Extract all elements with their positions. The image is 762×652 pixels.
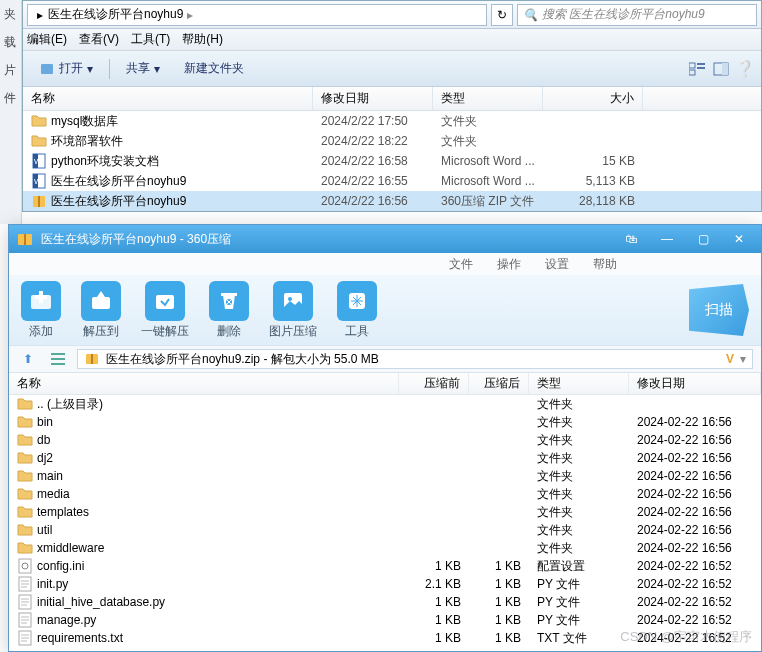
oneclick-button[interactable]: 一键解压 bbox=[141, 281, 189, 340]
svg-rect-20 bbox=[92, 297, 110, 309]
file-name: main bbox=[37, 469, 63, 483]
refresh-icon: ↻ bbox=[494, 7, 510, 23]
column-date[interactable]: 修改日期 bbox=[629, 373, 761, 394]
column-name[interactable]: 名称 bbox=[23, 87, 313, 110]
file-date: 2024-02-22 16:56 bbox=[629, 523, 761, 537]
file-row[interactable]: W医生在线诊所平台noyhu92024/2/22 16:55Microsoft … bbox=[23, 171, 761, 191]
breadcrumb[interactable]: ▸ 医生在线诊所平台noyhu9 ▸ bbox=[27, 4, 487, 26]
search-input[interactable]: 🔍 搜索 医生在线诊所平台noyhu9 bbox=[517, 4, 757, 26]
svg-rect-3 bbox=[697, 67, 705, 69]
zip-icon bbox=[31, 193, 47, 209]
close-button[interactable]: ✕ bbox=[725, 230, 753, 248]
chevron-down-icon[interactable]: ▾ bbox=[740, 352, 746, 366]
organize-button[interactable]: 打开 ▾ bbox=[31, 56, 101, 81]
up-button[interactable]: ⬆ bbox=[17, 349, 39, 369]
archive-row[interactable]: requirements.txt1 KB1 KBTXT 文件2024-02-22… bbox=[9, 629, 761, 647]
svg-rect-0 bbox=[41, 64, 53, 74]
imgcompress-button[interactable]: 图片压缩 bbox=[269, 281, 317, 340]
archive-row[interactable]: init.py2.1 KB1 KBPY 文件2024-02-22 16:52 bbox=[9, 575, 761, 593]
window-title: 医生在线诊所平台noyhu9 - 360压缩 bbox=[41, 231, 609, 248]
file-name: dj2 bbox=[37, 451, 53, 465]
file-row[interactable]: mysql数据库2024/2/22 17:50文件夹 bbox=[23, 111, 761, 131]
svg-rect-2 bbox=[697, 63, 705, 65]
file-row[interactable]: 医生在线诊所平台noyhu92024/2/22 16:56360压缩 ZIP 文… bbox=[23, 191, 761, 211]
svg-rect-6 bbox=[722, 63, 728, 75]
column-type[interactable]: 类型 bbox=[433, 87, 543, 110]
delete-button[interactable]: 删除 bbox=[209, 281, 249, 340]
archive-row[interactable]: config.ini1 KB1 KB配置设置2024-02-22 16:52 bbox=[9, 557, 761, 575]
titlebar: 医生在线诊所平台noyhu9 - 360压缩 🛍 — ▢ ✕ bbox=[9, 225, 761, 253]
refresh-button[interactable]: ↻ bbox=[491, 4, 513, 26]
archive-row[interactable]: .. (上级目录)文件夹 bbox=[9, 395, 761, 413]
file-name: initial_hive_database.py bbox=[37, 595, 165, 609]
column-date[interactable]: 修改日期 bbox=[313, 87, 433, 110]
file-name: bin bbox=[37, 415, 53, 429]
archive-row[interactable]: initial_hive_database.py1 KB1 KBPY 文件202… bbox=[9, 593, 761, 611]
svg-rect-1 bbox=[689, 63, 695, 68]
file-row[interactable]: 环境部署软件2024/2/22 18:22文件夹 bbox=[23, 131, 761, 151]
archive-row[interactable]: media文件夹2024-02-22 16:56 bbox=[9, 485, 761, 503]
archive-row[interactable]: templates文件夹2024-02-22 16:56 bbox=[9, 503, 761, 521]
view-options-icon[interactable] bbox=[689, 61, 705, 77]
file-size: 28,118 KB bbox=[543, 194, 643, 208]
share-button[interactable]: 共享 ▾ bbox=[118, 56, 168, 81]
app-icon bbox=[17, 231, 33, 247]
tools-button[interactable]: 工具 bbox=[337, 281, 377, 340]
archive-row[interactable]: bin文件夹2024-02-22 16:56 bbox=[9, 413, 761, 431]
menu-file[interactable]: 文件 bbox=[449, 256, 473, 273]
archive-row[interactable]: main文件夹2024-02-22 16:56 bbox=[9, 467, 761, 485]
svg-rect-31 bbox=[91, 354, 93, 364]
file-date: 2024-02-22 16:56 bbox=[629, 415, 761, 429]
gutter-char: 片 bbox=[4, 62, 18, 76]
minimize-button[interactable]: — bbox=[653, 230, 681, 248]
svg-rect-22 bbox=[221, 293, 237, 296]
file-date: 2024-02-22 16:56 bbox=[629, 505, 761, 519]
add-button[interactable]: 添加 bbox=[21, 281, 61, 340]
menu-help[interactable]: 帮助(H) bbox=[182, 31, 223, 48]
menu-view[interactable]: 查看(V) bbox=[79, 31, 119, 48]
menu-edit[interactable]: 编辑(E) bbox=[27, 31, 67, 48]
archive-row[interactable]: db文件夹2024-02-22 16:56 bbox=[9, 431, 761, 449]
column-type[interactable]: 类型 bbox=[529, 373, 629, 394]
file-name: 环境部署软件 bbox=[51, 133, 123, 150]
archive-row[interactable]: dj2文件夹2024-02-22 16:56 bbox=[9, 449, 761, 467]
gutter-char: 件 bbox=[4, 90, 18, 104]
size-after: 1 KB bbox=[469, 577, 529, 591]
help-icon[interactable]: ❔ bbox=[737, 61, 753, 77]
file-row[interactable]: Wpython环境安装文档2024/2/22 16:58Microsoft Wo… bbox=[23, 151, 761, 171]
archive-row[interactable]: util文件夹2024-02-22 16:56 bbox=[9, 521, 761, 539]
search-icon: 🔍 bbox=[522, 7, 538, 23]
separator bbox=[109, 59, 110, 79]
shop-icon[interactable]: 🛍 bbox=[617, 230, 645, 248]
maximize-button[interactable]: ▢ bbox=[689, 230, 717, 248]
gutter-char: 载 bbox=[4, 34, 18, 48]
column-size[interactable]: 大小 bbox=[543, 87, 643, 110]
newfolder-button[interactable]: 新建文件夹 bbox=[176, 56, 252, 81]
menu-op[interactable]: 操作 bbox=[497, 256, 521, 273]
archive-path-input[interactable]: 医生在线诊所平台noyhu9.zip - 解包大小为 55.0 MB V ▾ bbox=[77, 349, 753, 369]
menu-settings[interactable]: 设置 bbox=[545, 256, 569, 273]
path-text: 医生在线诊所平台noyhu9.zip - 解包大小为 55.0 MB bbox=[106, 351, 379, 368]
column-after[interactable]: 压缩后 bbox=[469, 373, 529, 394]
column-name[interactable]: 名称 bbox=[9, 373, 399, 394]
file-type: 文件夹 bbox=[529, 396, 629, 413]
size-before: 2.1 KB bbox=[399, 577, 469, 591]
view-mode-button[interactable] bbox=[47, 349, 69, 369]
file-type: 配置设置 bbox=[529, 558, 629, 575]
archive-row[interactable]: xmiddleware文件夹2024-02-22 16:56 bbox=[9, 539, 761, 557]
size-before: 1 KB bbox=[399, 559, 469, 573]
svg-rect-28 bbox=[51, 358, 65, 360]
extract-button[interactable]: 解压到 bbox=[81, 281, 121, 340]
menu-tools[interactable]: 工具(T) bbox=[131, 31, 170, 48]
archive-row[interactable]: manage.py1 KB1 KBPY 文件2024-02-22 16:52 bbox=[9, 611, 761, 629]
tool-icon bbox=[345, 289, 369, 313]
menu-help[interactable]: 帮助 bbox=[593, 256, 617, 273]
file-type: 360压缩 ZIP 文件 bbox=[433, 193, 543, 210]
file-type: 文件夹 bbox=[529, 450, 629, 467]
ini-icon bbox=[17, 558, 33, 574]
file-date: 2024-02-22 16:56 bbox=[629, 433, 761, 447]
column-before[interactable]: 压缩前 bbox=[399, 373, 469, 394]
file-date: 2024/2/22 18:22 bbox=[313, 134, 433, 148]
scan-button[interactable]: 扫描 bbox=[689, 284, 749, 336]
preview-pane-icon[interactable] bbox=[713, 61, 729, 77]
